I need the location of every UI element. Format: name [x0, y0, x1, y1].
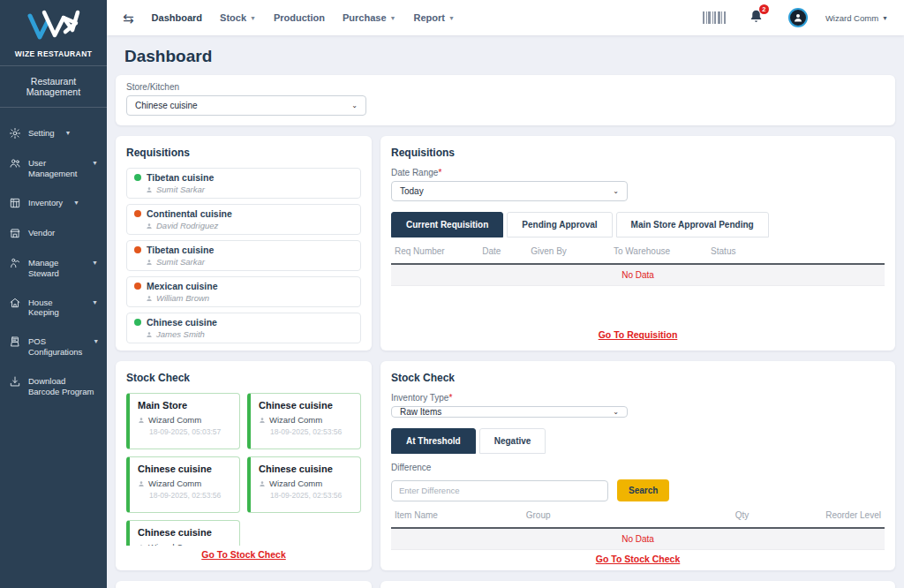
chevron-down-icon: ▼: [92, 157, 98, 168]
requisition-cuisine: Tibetan cuisine: [147, 245, 214, 255]
difference-input[interactable]: [391, 480, 608, 501]
user-icon: [793, 12, 803, 23]
difference-row: Search: [391, 479, 885, 501]
topnav-stock[interactable]: Stock▼: [220, 12, 256, 23]
row-stock-check: Stock Check Main Store Wizard Comm 18-09…: [116, 361, 895, 570]
person-icon: [146, 259, 153, 266]
tab-at-threshold[interactable]: At Threshold: [391, 428, 476, 454]
stock-check-card-main-store[interactable]: Main Store Wizard Comm 18-09-2025, 05:03…: [126, 393, 240, 449]
go-to-stock-check-link[interactable]: Go To Stock Check: [126, 546, 361, 560]
search-button[interactable]: Search: [617, 479, 669, 501]
sidebar-item-setting[interactable]: Setting ▼: [8, 118, 99, 148]
wize-restaurant-logo-icon: [25, 7, 83, 49]
person-icon: [146, 222, 153, 230]
requisitions-list-column: Requisitions Tibetan cuisine Sumit Sarka…: [116, 136, 372, 351]
status-dot: [134, 246, 141, 253]
requisition-list-item[interactable]: Tibetan cuisine Sumit Sarkar: [126, 240, 361, 271]
download-icon: [9, 375, 21, 388]
sidebar-item-pos-configurations[interactable]: POS Configurations ▼: [8, 327, 99, 366]
requisition-list-item[interactable]: Tibetan cuisine Sumit Sarkar: [126, 168, 361, 199]
stock-card-name: Chinese cuisine: [138, 527, 231, 538]
stock-card-timestamp: 18-09-2025, 02:53:56: [270, 427, 352, 436]
sidebar-item-inventory[interactable]: Inventory ▼: [8, 188, 99, 218]
inventory-type-select[interactable]: Raw Items ⌄: [391, 406, 628, 418]
requisition-list-item[interactable]: Chinese cuisine James Smith: [126, 313, 361, 343]
stock-card-person: Wizard Comm: [269, 479, 322, 488]
go-to-requisition-link[interactable]: Go To Requisition: [391, 326, 885, 340]
stock-card-timestamp: 18-09-2025, 02:53:56: [270, 491, 352, 500]
sidebar-item-manage-steward[interactable]: Manage Steward ▼: [8, 248, 99, 288]
sidebar-item-label: House Keeping: [28, 297, 81, 319]
notifications-bell[interactable]: 2: [749, 9, 764, 27]
sidebar-item-vendor[interactable]: Vendor: [8, 218, 99, 248]
sidebar-item-label: POS Configurations: [28, 335, 82, 358]
stock-card-timestamp: 18-09-2025, 02:53:56: [149, 491, 231, 500]
requisition-cuisine: Chinese cuisine: [147, 317, 217, 328]
stock-card-name: Chinese cuisine: [259, 400, 352, 411]
go-to-stock-check-link[interactable]: Go To Stock Check: [391, 550, 885, 564]
sidebar-item-house-keeping[interactable]: House Keeping ▼: [8, 288, 99, 328]
requisition-list-item[interactable]: Mexican cuisine William Brown: [126, 276, 361, 307]
sidebar-toggle-icon[interactable]: ⇆: [123, 11, 134, 25]
user-avatar[interactable]: [788, 8, 808, 27]
chevron-down-icon: ▼: [93, 335, 99, 346]
chevron-down-icon: ⌄: [613, 408, 619, 416]
stock-card-name: Chinese cuisine: [138, 464, 231, 474]
stock-card-timestamp: 18-09-2025, 05:03:57: [149, 427, 231, 436]
requisition-cuisine: Continental cuisine: [147, 208, 232, 219]
sidebar: WIZE RESTAURANT Restaurant Management Se…: [0, 0, 107, 588]
gear-icon: [9, 127, 21, 139]
tab-main-store-approval-pending[interactable]: Main Store Approval Pending: [616, 212, 769, 237]
column-given-by: Given By: [531, 246, 614, 256]
date-range-select[interactable]: Today ⌄: [391, 181, 628, 201]
topnav-report[interactable]: Report▼: [413, 12, 454, 23]
stock-check-card[interactable]: Chinese cuisine Wizard Comm 18-09-2025, …: [247, 456, 361, 513]
main-area: ⇆ Dashboard Stock▼ Production Purchase▼ …: [107, 0, 904, 588]
transfers-column: Transfers: [116, 581, 372, 588]
stock-check-card[interactable]: Chinese cuisine Wizard Comm 18-09-2025, …: [247, 393, 361, 449]
status-dot: [134, 319, 141, 326]
sidebar-item-user-management[interactable]: User Management ▼: [8, 148, 99, 188]
tab-current-requisition[interactable]: Current Requisition: [391, 212, 503, 237]
brand-name: WIZE RESTAURANT: [4, 49, 103, 65]
stock-check-card[interactable]: Chinese cuisine Wizard Comm 18-09-2025, …: [126, 520, 240, 546]
topnav-label: Dashboard: [152, 12, 202, 23]
sidebar-item-download-barcode-program[interactable]: Download Barcode Program: [8, 366, 99, 406]
stock-card-person: Wizard Comm: [269, 415, 322, 425]
tab-pending-approval[interactable]: Pending Approval: [507, 212, 612, 237]
requisitions-tabs: Current Requisition Pending Approval Mai…: [391, 212, 885, 237]
topnav-dashboard[interactable]: Dashboard: [152, 12, 202, 23]
required-asterisk: *: [438, 168, 441, 177]
stock-check-card[interactable]: Chinese cuisine Wizard Comm 18-09-2025, …: [126, 456, 240, 513]
requisitions-panel-column: Requisitions Date Range* Today ⌄ Current…: [380, 136, 895, 351]
store-kitchen-select[interactable]: Chinese cuisine ⌄: [126, 95, 366, 116]
requisitions-panel-card: Requisitions Date Range* Today ⌄ Current…: [380, 136, 895, 351]
barcode-icon[interactable]: [703, 11, 726, 24]
sidebar-item-label: Setting: [28, 127, 55, 139]
chevron-down-icon: ⌄: [351, 102, 358, 109]
topbar: ⇆ Dashboard Stock▼ Production Purchase▼ …: [107, 0, 904, 35]
column-item-name: Item Name: [395, 510, 526, 520]
store-kitchen-value: Chinese cuisine: [135, 101, 198, 110]
stock-card-name: Chinese cuisine: [259, 464, 352, 474]
tab-negative[interactable]: Negative: [479, 428, 546, 454]
stock-check-grid: Main Store Wizard Comm 18-09-2025, 05:03…: [126, 393, 361, 546]
topnav-purchase[interactable]: Purchase▼: [343, 12, 396, 23]
row-requisitions: Requisitions Tibetan cuisine Sumit Sarka…: [116, 136, 895, 351]
page-content: Dashboard Store/Kitchen Chinese cuisine …: [107, 35, 904, 588]
chevron-down-icon: ⌄: [613, 187, 619, 195]
stock-card-person: Wizard Comm: [148, 415, 201, 425]
chevron-down-icon: ▼: [65, 127, 72, 138]
topnav-production[interactable]: Production: [274, 12, 325, 23]
person-icon: [146, 295, 153, 302]
topnav-label: Stock: [220, 12, 246, 23]
sidebar-item-label: Manage Steward: [28, 257, 81, 279]
stock-card-name: Main Store: [138, 400, 231, 411]
person-icon: [259, 480, 266, 487]
chevron-down-icon: ▼: [390, 15, 396, 21]
user-menu[interactable]: Wizard Comm▼: [825, 13, 888, 23]
inventory-icon: [9, 197, 21, 209]
sidebar-item-label: User Management: [28, 157, 81, 179]
inventory-type-label: Inventory Type*: [391, 393, 885, 403]
requisition-list-item[interactable]: Continental cuisine David Rodriguez: [126, 204, 361, 235]
